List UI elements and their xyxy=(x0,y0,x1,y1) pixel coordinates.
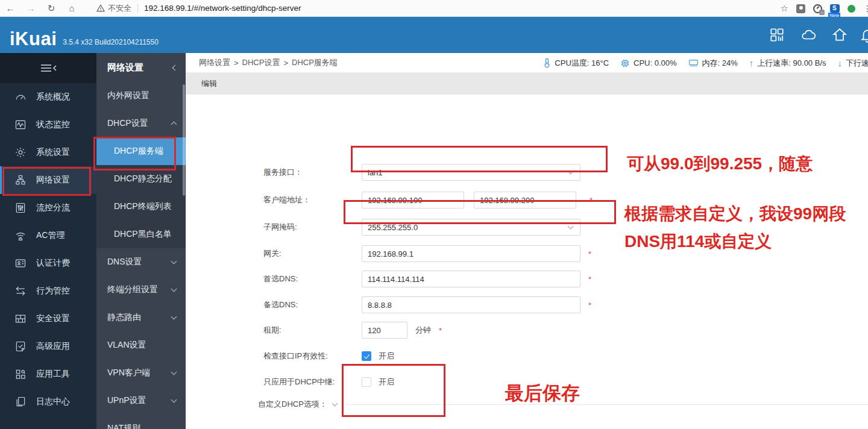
required-mark: * xyxy=(588,249,591,258)
sidebar-item-log-center[interactable]: 日志中心 xyxy=(0,388,96,416)
speedtest-extension-icon[interactable] xyxy=(813,4,822,13)
annotation-gateway-note: 根据需求自定义，我设99网段 xyxy=(624,202,846,225)
submenu-item-vlan[interactable]: VLAN设置 xyxy=(96,331,186,359)
submenu-label: VLAN设置 xyxy=(107,340,146,351)
browser-home-button[interactable]: ⌂ xyxy=(61,3,82,13)
submenu-item-dns[interactable]: DNS设置 xyxy=(96,248,186,276)
sidebar-item-system-overview[interactable]: 系统概况 xyxy=(0,83,96,111)
ikuai-logo[interactable]: iKuai xyxy=(10,30,57,48)
sidebar-item-behavior-control[interactable]: 行为管控 xyxy=(0,277,96,305)
browser-reload-button[interactable]: ↻ xyxy=(41,3,61,14)
submenu-item-vpn-client[interactable]: VPN客户端 xyxy=(96,359,186,387)
bookmark-star-icon[interactable]: ☆ xyxy=(781,3,788,14)
gateway-input[interactable] xyxy=(362,245,580,262)
service-interface-row: 服务接口： lan1 xyxy=(263,164,580,181)
nav-label: 高级应用 xyxy=(36,341,70,352)
submenu-label: DHCP静态分配 xyxy=(114,174,172,184)
secondary-dns-input[interactable] xyxy=(362,296,580,313)
nav-label: 安全设置 xyxy=(36,313,70,324)
chip-icon xyxy=(620,58,630,68)
browser-forward-button[interactable]: → xyxy=(20,3,41,13)
sidebar-item-traffic-control[interactable]: 流控分流 xyxy=(0,194,96,222)
submenu-item-nat-rules[interactable]: NAT规则 xyxy=(96,415,186,429)
green-status-extension-icon[interactable] xyxy=(848,5,855,13)
nav-label: 网络设置 xyxy=(36,175,70,186)
submenu-item-upnp[interactable]: UPnP设置 xyxy=(96,387,186,415)
primary-dns-input[interactable] xyxy=(362,271,580,287)
nav-label: AC管理 xyxy=(36,230,64,241)
sidebar-collapse-toggle[interactable] xyxy=(0,53,96,83)
field-label: 租期: xyxy=(263,325,362,336)
client-range-end-input[interactable] xyxy=(474,192,576,208)
subnet-mask-select[interactable]: 255.255.255.0 xyxy=(362,219,580,236)
submenu-label: DNS设置 xyxy=(107,257,142,268)
field-label: 检查接口IP有效性: xyxy=(263,351,362,362)
nav-label: 流控分流 xyxy=(36,202,70,213)
dhcp-relay-checkbox[interactable] xyxy=(362,377,371,387)
breadcrumb-separator: > xyxy=(234,58,239,67)
range-separator: - xyxy=(464,196,474,205)
submenu-item-dhcp-terminal-list[interactable]: DHCP终端列表 xyxy=(96,193,186,221)
submenu-item-dhcp-server[interactable]: DHCP服务端 xyxy=(96,137,186,165)
lease-unit: 分钟 xyxy=(415,325,431,336)
nav-label: 行为管控 xyxy=(36,286,70,296)
sidebar-item-status-monitor[interactable]: 状态监控 xyxy=(0,111,96,139)
submenu-title: 网络设置 xyxy=(107,62,143,74)
field-label: 网关: xyxy=(263,248,362,259)
breadcrumb-part[interactable]: DHCP服务端 xyxy=(292,57,338,68)
submenu-item-wan-lan[interactable]: 内外网设置 xyxy=(96,82,186,110)
nav-label: 认证计费 xyxy=(36,258,70,269)
lease-row: 租期: 分钟 * xyxy=(263,322,442,339)
waveform-icon xyxy=(14,119,27,131)
collapse-chevron-icon xyxy=(172,64,178,70)
section-divider xyxy=(347,404,868,405)
extension-icon[interactable] xyxy=(796,4,805,13)
sidebar-item-auth-billing[interactable]: 认证计费 xyxy=(0,249,96,277)
address-bar[interactable]: 不安全 192.168.99.1/#/network-setting/dhcp-… xyxy=(96,3,301,14)
browser-menu-icon[interactable]: ⋮ xyxy=(863,4,868,13)
sidebar-item-network-settings[interactable]: 网络设置 xyxy=(0,166,96,194)
sidebar-item-app-tools[interactable]: 应用工具 xyxy=(0,360,96,388)
sidebar-item-security-settings[interactable]: 安全设置 xyxy=(0,305,96,333)
service-interface-select[interactable]: lan1 xyxy=(362,164,580,181)
submenu-item-dhcp-static[interactable]: DHCP静态分配 xyxy=(96,165,186,193)
home-icon[interactable] xyxy=(832,27,848,43)
client-range-start-input[interactable] xyxy=(362,192,464,208)
checkbox-label: 开启 xyxy=(379,351,394,362)
app-header: iKuai 3.5.4 x32 Build202104211550 xyxy=(0,17,868,53)
chevron-down-icon xyxy=(568,224,574,230)
field-label: 服务接口： xyxy=(263,167,362,178)
chevron-down-icon xyxy=(171,258,177,265)
secondary-sidebar: 网络设置 内外网设置 DHCP设置 DHCP服务端 DHCP静态分配 DHCP终… xyxy=(96,53,186,429)
subnet-mask-row: 子网掩码: 255.255.255.0 xyxy=(263,219,580,236)
custom-dhcp-options-row[interactable]: 自定义DHCP选项： xyxy=(258,396,337,413)
submenu-header[interactable]: 网络设置 xyxy=(96,53,186,82)
nav-label: 应用工具 xyxy=(36,369,70,380)
submenu-label: VPN客户端 xyxy=(107,368,150,378)
apps-grid-icon[interactable] xyxy=(769,27,785,43)
browser-back-button[interactable]: ← xyxy=(0,3,20,13)
submenu-scrollbar[interactable] xyxy=(183,84,185,196)
breadcrumb-part[interactable]: 网络设置 xyxy=(199,57,230,68)
new-extension-icon[interactable]: New xyxy=(830,4,840,13)
sidebar-item-system-settings[interactable]: 系统设置 xyxy=(0,139,96,166)
selected-value: 255.255.255.0 xyxy=(368,223,418,232)
submenu-item-terminal-group[interactable]: 终端分组设置 xyxy=(96,276,186,304)
required-mark: * xyxy=(590,196,593,205)
sidebar-item-advanced-apps[interactable]: 高级应用 xyxy=(0,333,96,360)
check-ip-checkbox[interactable] xyxy=(362,351,371,361)
bell-icon[interactable] xyxy=(860,27,868,43)
submenu-item-dhcp-settings[interactable]: DHCP设置 xyxy=(96,110,186,137)
sidebar-item-ac-management[interactable]: AC管理 xyxy=(0,222,96,249)
annotation-save-note: 最后保存 xyxy=(505,381,580,406)
lease-input[interactable] xyxy=(362,322,407,339)
doc-check-icon xyxy=(14,340,27,352)
submenu-item-static-route[interactable]: 静态路由 xyxy=(96,304,186,331)
cloud-icon[interactable] xyxy=(800,27,816,43)
hamburger-icon xyxy=(38,62,58,74)
breadcrumb-part[interactable]: DHCP设置 xyxy=(242,57,280,68)
field-label: 备选DNS: xyxy=(263,299,362,310)
submenu-label: UPnP设置 xyxy=(107,395,146,406)
submenu-item-dhcp-blacklist[interactable]: DHCP黑白名单 xyxy=(96,221,186,248)
memory-icon xyxy=(688,59,699,67)
